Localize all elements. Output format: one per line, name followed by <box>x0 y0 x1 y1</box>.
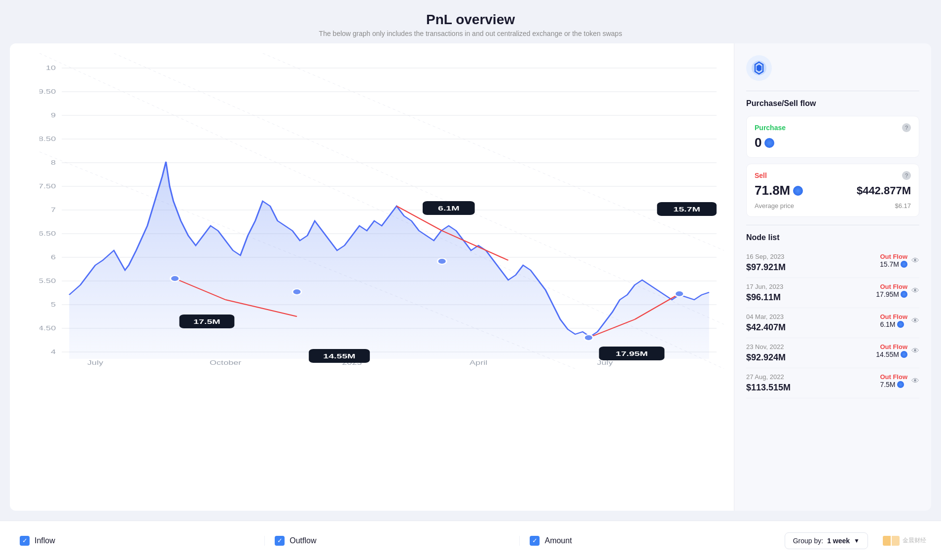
node-left-3: 23 Nov, 2022 $92.924M <box>746 343 876 363</box>
bottom-bar: ✓ Inflow ✓ Outflow ✓ Amount Group by: 1 … <box>0 521 941 560</box>
svg-text:6: 6 <box>51 254 56 260</box>
node-date-3: 23 Nov, 2022 <box>746 343 876 350</box>
node-left-1: 17 Jun, 2023 $96.11M <box>746 283 876 303</box>
node-qty-0: 15.7M <box>880 260 907 268</box>
page-title: PnL overview <box>0 12 941 28</box>
sell-card-header: Sell ? <box>755 171 911 180</box>
sell-label: Sell <box>755 172 767 179</box>
chart-svg: 10 9.50 9 8.50 8 7.50 7 6.50 6 5.50 5 4.… <box>39 53 724 369</box>
purchase-sell-title: Purchase/Sell flow <box>746 99 919 108</box>
eye-icon-0[interactable]: 👁 <box>911 256 919 265</box>
token-icon-blue <box>764 138 774 148</box>
node-qty-3: 14.55M <box>876 350 907 358</box>
svg-text:April: April <box>470 359 487 366</box>
watermark: 金晨财经 <box>878 536 931 546</box>
node-item: 17 Jun, 2023 $96.11M Out Flow 17.95M 👁 <box>746 278 919 308</box>
svg-text:17.5M: 17.5M <box>193 318 220 325</box>
outflow-label: Outflow <box>290 536 316 545</box>
legend-outflow[interactable]: ✓ Outflow <box>265 536 520 546</box>
token-icon-blue-sell <box>793 186 803 196</box>
sidebar: Purchase/Sell flow Purchase ? 0 Sell ? <box>734 43 931 511</box>
eye-icon-1[interactable]: 👁 <box>911 286 919 295</box>
node-left-4: 27 Aug, 2022 $113.515M <box>746 373 880 393</box>
svg-text:8.50: 8.50 <box>39 136 56 142</box>
eye-icon-4[interactable]: 👁 <box>911 377 919 385</box>
legend-inflow[interactable]: ✓ Inflow <box>10 536 265 546</box>
avg-price-label: Average price <box>755 202 794 210</box>
svg-text:6.50: 6.50 <box>39 230 56 237</box>
outflow-checkbox[interactable]: ✓ <box>275 536 285 546</box>
node-right-1: Out Flow 17.95M 👁 <box>876 283 919 298</box>
svg-text:4.50: 4.50 <box>39 325 56 331</box>
divider-2 <box>746 225 919 225</box>
node-date-4: 27 Aug, 2022 <box>746 373 880 381</box>
eye-icon-3[interactable]: 👁 <box>911 347 919 355</box>
svg-point-41 <box>171 276 180 281</box>
svg-marker-58 <box>757 65 761 71</box>
sell-card: Sell ? 71.8M $442.877M Average price $6.… <box>746 164 919 217</box>
avg-price-value: $6.17 <box>895 202 911 210</box>
node-flow-type-2: Out Flow <box>880 313 907 320</box>
svg-text:4: 4 <box>51 349 56 355</box>
amount-checkbox[interactable]: ✓ <box>530 536 540 546</box>
node-date-1: 17 Jun, 2023 <box>746 283 876 290</box>
group-by-wrapper: Group by: 1 week ▼ <box>775 532 878 549</box>
group-by-selector[interactable]: Group by: 1 week ▼ <box>785 532 868 549</box>
node-list-title: Node list <box>746 233 919 242</box>
node-item: 04 Mar, 2023 $42.407M Out Flow 6.1M 👁 <box>746 308 919 338</box>
node-flow-type-0: Out Flow <box>880 253 907 260</box>
svg-line-15 <box>263 53 724 250</box>
svg-text:17.95M: 17.95M <box>615 350 648 357</box>
purchase-label: Purchase <box>755 124 786 132</box>
chart-container: 10 9.50 9 8.50 8 7.50 7 6.50 6 5.50 5 4.… <box>10 43 734 511</box>
svg-text:9.50: 9.50 <box>39 88 56 95</box>
svg-text:July: July <box>87 359 104 366</box>
svg-point-44 <box>584 335 593 341</box>
svg-point-43 <box>437 258 446 264</box>
svg-text:15.7M: 15.7M <box>673 206 700 213</box>
node-flow-type-4: Out Flow <box>880 373 907 381</box>
node-date-0: 16 Sep, 2023 <box>746 253 880 260</box>
page-subtitle: The below graph only includes the transa… <box>0 30 941 37</box>
chevron-down-icon: ▼ <box>854 537 860 544</box>
watermark-icon <box>883 536 900 546</box>
token-icon <box>746 55 772 81</box>
purchase-card-header: Purchase ? <box>755 123 911 132</box>
amount-label: Amount <box>544 536 572 545</box>
svg-text:5.50: 5.50 <box>39 278 56 284</box>
node-date-2: 04 Mar, 2023 <box>746 313 880 320</box>
node-amount-4: $113.515M <box>746 383 880 393</box>
node-left-0: 16 Sep, 2023 $97.921M <box>746 253 880 273</box>
svg-text:10: 10 <box>46 65 56 71</box>
sell-amount-row: 71.8M $442.877M <box>755 183 911 198</box>
svg-text:October: October <box>210 359 241 366</box>
node-flow-type-1: Out Flow <box>876 283 907 290</box>
svg-text:7.50: 7.50 <box>39 183 56 189</box>
node-left-2: 04 Mar, 2023 $42.407M <box>746 313 880 333</box>
sell-help-icon[interactable]: ? <box>902 171 911 180</box>
avg-price-row: Average price $6.17 <box>755 202 911 210</box>
purchase-amount-row: 0 <box>755 135 911 150</box>
node-right-0: Out Flow 15.7M 👁 <box>880 253 919 268</box>
page-header: PnL overview The below graph only includ… <box>0 0 941 43</box>
node-right-4: Out Flow 7.5M 👁 <box>880 373 919 388</box>
purchase-help-icon[interactable]: ? <box>902 123 911 132</box>
sell-usd: $442.877M <box>857 184 911 197</box>
inflow-checkbox[interactable]: ✓ <box>20 536 30 546</box>
node-qty-4: 7.5M <box>880 381 907 388</box>
svg-text:14.55M: 14.55M <box>323 352 355 360</box>
chart-svg-wrapper: 10 9.50 9 8.50 8 7.50 7 6.50 6 5.50 5 4.… <box>39 53 724 369</box>
svg-text:5: 5 <box>51 301 56 308</box>
node-qty-2: 6.1M <box>880 320 907 328</box>
group-by-prefix: Group by: <box>793 537 823 545</box>
inflow-label: Inflow <box>35 536 55 545</box>
svg-text:6.1M: 6.1M <box>438 205 460 212</box>
node-qty-1: 17.95M <box>876 290 907 298</box>
node-amount-1: $96.11M <box>746 292 876 303</box>
main-layout: 10 9.50 9 8.50 8 7.50 7 6.50 6 5.50 5 4.… <box>0 43 941 521</box>
svg-text:8: 8 <box>51 159 56 166</box>
sell-amount: 71.8M <box>755 183 803 198</box>
node-amount-2: $42.407M <box>746 322 880 333</box>
legend-amount[interactable]: ✓ Amount <box>520 536 774 546</box>
eye-icon-2[interactable]: 👁 <box>911 316 919 325</box>
